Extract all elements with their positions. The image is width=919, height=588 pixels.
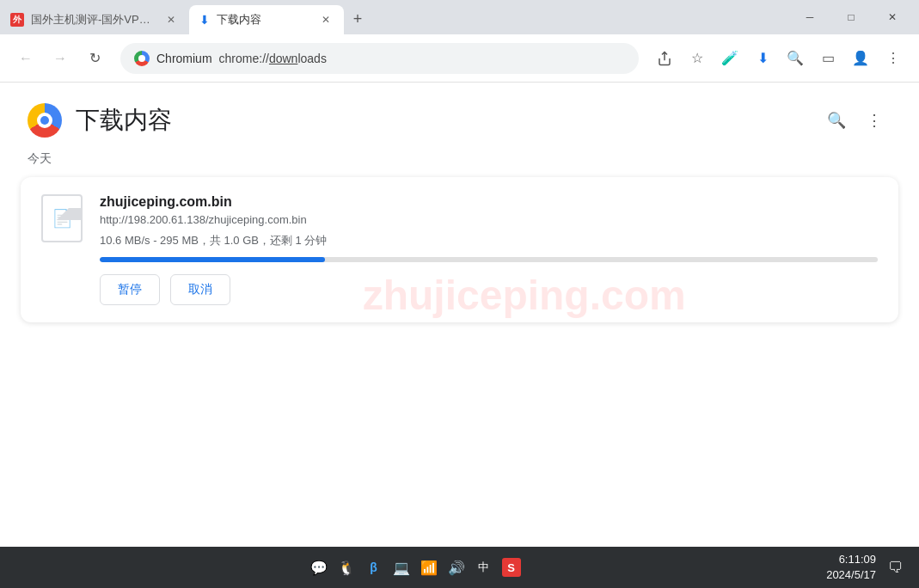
tab-downloads[interactable]: ⬇ 下载内容 ✕ (189, 5, 344, 34)
maximize-button[interactable]: □ (831, 3, 871, 31)
tab-foreign-title: 国外主机测评-国外VPS、国... (31, 12, 156, 28)
back-button[interactable]: ← (10, 43, 41, 74)
header-actions: 🔍 ⋮ (819, 103, 891, 138)
site-favicon (134, 51, 150, 66)
download-filename: zhujiceping.com.bin (100, 194, 878, 210)
downloads-logo-dot (40, 116, 49, 125)
search-toolbar-button[interactable]: 🔍 (780, 43, 811, 74)
clock-time: 6:11:09 (826, 552, 876, 567)
download-url: http://198.200.61.138/zhujiceping.com.bi… (100, 213, 878, 226)
close-button[interactable]: ✕ (873, 3, 912, 31)
wechat-icon[interactable]: 💬 (309, 558, 328, 577)
file-icon: 📄 (41, 194, 83, 242)
tab-downloads-title: 下载内容 (217, 12, 311, 28)
progress-bar-fill (100, 257, 325, 262)
sogou-icon[interactable]: S (502, 558, 521, 577)
bluetooth-icon[interactable]: β (365, 558, 383, 577)
section-today: 今天 (0, 151, 919, 177)
reader-mode-button[interactable]: ▭ (812, 43, 843, 74)
tab-foreign[interactable]: 外 国外主机测评-国外VPS、国... ✕ (0, 5, 189, 34)
page-title: 下载内容 (76, 104, 806, 137)
profile-button[interactable]: 👤 (845, 43, 876, 74)
toolbar: ← → ↻ Chromium chrome://downloads ☆ 🧪 ⬇ … (0, 34, 919, 83)
laptop-icon[interactable]: 💻 (392, 558, 411, 577)
download-actions: 暂停 取消 (100, 274, 878, 305)
download-item: 📄 zhujiceping.com.bin http://198.200.61.… (21, 177, 898, 322)
header-menu-button[interactable]: ⋮ (857, 103, 891, 138)
progress-bar (100, 257, 878, 262)
taskbar-right: 6:11:09 2024/5/17 🗨 (826, 552, 905, 583)
browser-brand: Chromium (156, 52, 212, 65)
cancel-button[interactable]: 取消 (170, 274, 230, 305)
downloads-header: 下载内容 🔍 ⋮ (0, 83, 919, 151)
forward-button[interactable]: → (45, 43, 76, 74)
download-info: zhujiceping.com.bin http://198.200.61.13… (100, 194, 878, 305)
pause-button[interactable]: 暂停 (100, 274, 160, 305)
header-search-button[interactable]: 🔍 (819, 103, 854, 138)
volume-icon[interactable]: 🔊 (447, 558, 466, 577)
url-highlight: down (269, 52, 297, 65)
menu-button[interactable]: ⋮ (878, 43, 909, 74)
window-controls: ─ □ ✕ (783, 0, 919, 34)
taskbar-icons: 💬 🐧 β 💻 📶 🔊 中 S (14, 558, 816, 577)
downloads-toolbar-button[interactable]: ⬇ (747, 43, 778, 74)
bookmark-button[interactable]: ☆ (682, 43, 713, 74)
tab-downloads-favicon: ⬇ (199, 13, 210, 27)
address-url: chrome://downloads (219, 52, 625, 65)
clock-date: 2024/5/17 (826, 567, 876, 583)
tab-downloads-close[interactable]: ✕ (318, 12, 334, 28)
titlebar: 外 国外主机测评-国外VPS、国... ✕ ⬇ 下载内容 ✕ + ─ □ ✕ (0, 0, 919, 34)
download-status: 10.6 MB/s - 295 MB，共 1.0 GB，还剩 1 分钟 (100, 233, 878, 248)
toolbar-actions: ☆ 🧪 ⬇ 🔍 ▭ 👤 ⋮ (649, 43, 909, 74)
file-icon-symbol: 📄 (52, 208, 73, 229)
reload-button[interactable]: ↻ (79, 43, 110, 74)
system-clock: 6:11:09 2024/5/17 (826, 552, 876, 583)
share-button[interactable] (649, 43, 680, 74)
penguin-icon[interactable]: 🐧 (337, 558, 356, 577)
page-content: zhujiceping.com 下载内容 🔍 ⋮ 今天 📄 zhujicepin… (0, 83, 919, 547)
experiment-button[interactable]: 🧪 (714, 43, 745, 74)
tab-foreign-close[interactable]: ✕ (163, 12, 179, 28)
address-bar[interactable]: Chromium chrome://downloads (120, 43, 639, 74)
tabs-area: 外 国外主机测评-国外VPS、国... ✕ ⬇ 下载内容 ✕ + (0, 0, 783, 34)
new-tab-button[interactable]: + (344, 5, 371, 33)
taskbar: 💬 🐧 β 💻 📶 🔊 中 S 6:11:09 2024/5/17 🗨 (0, 547, 919, 588)
notification-button[interactable]: 🗨 (886, 558, 905, 577)
tab-foreign-favicon: 外 (10, 13, 24, 27)
wifi-icon[interactable]: 📶 (420, 558, 438, 577)
ime-icon[interactable]: 中 (475, 558, 493, 577)
downloads-logo (28, 103, 62, 138)
minimize-button[interactable]: ─ (790, 3, 830, 31)
